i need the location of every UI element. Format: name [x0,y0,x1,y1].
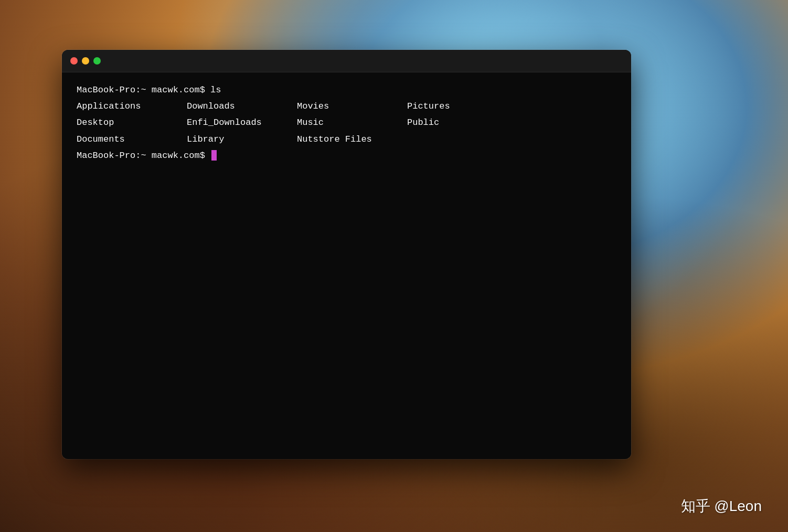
list-item: Desktop [77,115,187,130]
command-line: MacBook-Pro:~ macwk.com$ ls [77,83,616,97]
watermark: 知乎 @Leon [681,496,762,516]
active-prompt: MacBook-Pro:~ macwk.com$ [77,148,210,163]
terminal-cursor [211,150,217,161]
list-item: Library [187,132,297,146]
list-item: Enfi_Downloads [187,115,297,130]
list-item: Music [297,115,407,130]
list-item: Movies [297,99,407,113]
list-item: Documents [77,132,187,146]
list-item [407,132,517,146]
ls-output: Applications Downloads Movies Pictures D… [77,99,616,146]
close-button[interactable] [70,57,78,65]
traffic-lights [70,57,101,65]
maximize-button[interactable] [93,57,101,65]
terminal-window: MacBook-Pro:~ macwk.com$ ls Applications… [62,50,631,459]
minimize-button[interactable] [82,57,89,65]
terminal-content[interactable]: MacBook-Pro:~ macwk.com$ ls Applications… [62,72,631,457]
list-item: Pictures [407,99,517,113]
list-item: Nutstore Files [297,132,407,146]
list-item: Applications [77,99,187,113]
active-prompt-line[interactable]: MacBook-Pro:~ macwk.com$ [77,148,616,163]
list-item: Public [407,115,517,130]
prompt-with-command: MacBook-Pro:~ macwk.com$ ls [77,83,221,97]
terminal-titlebar [62,50,631,72]
list-item: Downloads [187,99,297,113]
